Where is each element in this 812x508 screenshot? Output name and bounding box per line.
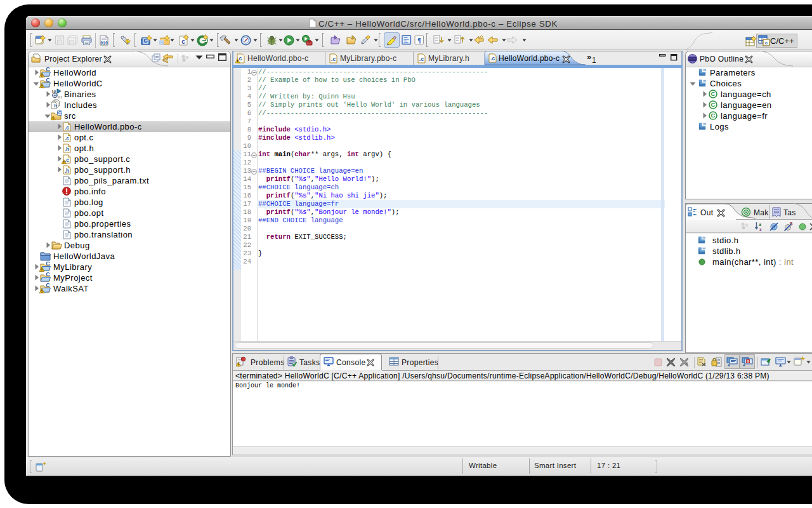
svg-text:010: 010 xyxy=(100,41,108,46)
svg-text:c: c xyxy=(765,40,768,46)
svg-text:c: c xyxy=(181,38,185,45)
svg-text:¶: ¶ xyxy=(417,36,421,44)
svg-text:.c: .c xyxy=(490,55,495,62)
svg-text:h: h xyxy=(54,103,57,109)
svg-text:C: C xyxy=(46,66,50,72)
svg-text:C: C xyxy=(143,37,147,44)
svg-text:C: C xyxy=(46,260,50,267)
svg-text:c: c xyxy=(160,40,163,44)
svg-text:c: c xyxy=(239,55,242,62)
svg-text:C: C xyxy=(46,77,50,83)
svg-text:.c: .c xyxy=(419,56,424,62)
svg-text:z: z xyxy=(759,227,762,232)
svg-text:C: C xyxy=(46,282,50,288)
svg-text:.c: .c xyxy=(331,56,336,62)
svg-text:C: C xyxy=(46,271,50,277)
